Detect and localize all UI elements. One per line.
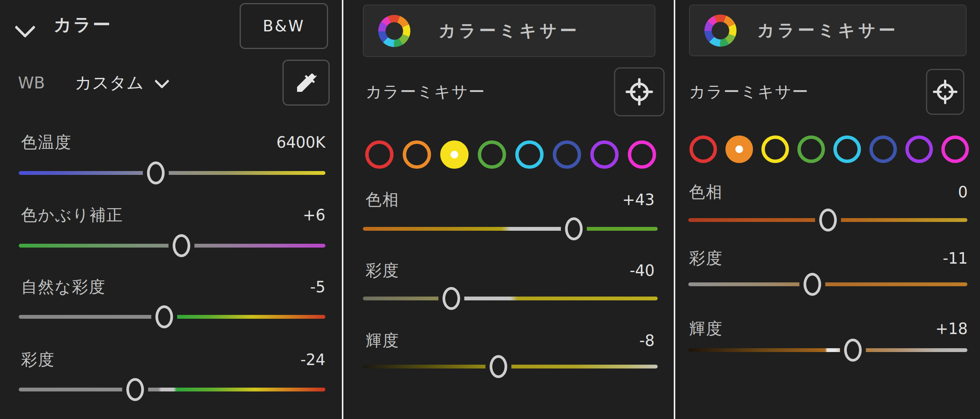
wb-preset-dropdown[interactable]: カスタム: [75, 72, 144, 94]
color-panel-header: カラー B&W: [0, 8, 342, 44]
bw-toggle-button[interactable]: B&W: [240, 3, 328, 49]
hue-row: 色相 0: [689, 181, 968, 203]
saturation-slider[interactable]: [688, 282, 967, 286]
wb-chevron-down-icon[interactable]: [155, 73, 170, 89]
color-panel: カラー B&W WB カスタム 色温度 6400K 色かぶり補正 +6: [0, 0, 342, 419]
color-swatch-blue[interactable]: [553, 140, 581, 169]
saturation-row: 彩度 -40: [366, 260, 655, 281]
saturation-label: 彩度: [366, 260, 399, 281]
vibrance-value: -5: [310, 278, 325, 296]
saturation-value: -24: [301, 351, 325, 368]
color-swatch-orange[interactable]: [403, 140, 431, 169]
lightroom-color-panels: カラー B&W WB カスタム 色温度 6400K 色かぶり補正 +6: [0, 0, 980, 419]
temp-value: 6400K: [276, 134, 325, 151]
luminance-slider-handle[interactable]: [844, 339, 862, 362]
color-mixer-label-row: カラーミキサー: [366, 63, 665, 121]
color-mixer-label-row: カラーミキサー: [689, 63, 964, 121]
hue-label: 色相: [689, 181, 723, 203]
hue-slider-handle[interactable]: [819, 209, 837, 232]
saturation-slider[interactable]: [363, 297, 658, 300]
color-swatch-violet[interactable]: [590, 140, 619, 169]
vibrance-slider-handle[interactable]: [155, 305, 173, 328]
tint-value: +6: [303, 206, 325, 224]
tint-slider-handle[interactable]: [173, 234, 190, 257]
color-mixer-label: カラーミキサー: [689, 81, 809, 103]
target-adjustment-button[interactable]: [926, 69, 964, 115]
luminance-slider[interactable]: [363, 365, 658, 368]
vibrance-slider[interactable]: [19, 315, 325, 319]
tint-row: 色かぶり補正 +6: [21, 204, 325, 226]
saturation-slider-handle[interactable]: [126, 378, 144, 401]
color-channel-swatches: [689, 135, 969, 163]
color-swatch-cyan[interactable]: [833, 135, 861, 163]
color-swatch-green[interactable]: [797, 135, 825, 163]
tint-slider[interactable]: [19, 244, 325, 248]
hue-label: 色相: [366, 189, 399, 210]
white-balance-row: WB カスタム: [18, 60, 330, 106]
color-mixer-header-button[interactable]: カラーミキサー: [689, 5, 967, 56]
target-icon: [624, 77, 654, 107]
saturation-row: 彩度 -11: [689, 248, 968, 269]
color-mixer-header-title: カラーミキサー: [757, 19, 898, 42]
target-icon: [932, 78, 959, 105]
eyedropper-icon: [294, 70, 318, 95]
wb-label: WB: [18, 73, 45, 92]
color-swatch-orange[interactable]: [725, 135, 753, 163]
color-swatch-red[interactable]: [365, 140, 394, 169]
color-swatch-yellow[interactable]: [440, 140, 469, 169]
color-mixer-panel-orange: カラーミキサー カラーミキサー 色相 0 彩度 -11: [675, 0, 980, 419]
hue-value: +43: [622, 191, 655, 209]
eyedropper-button[interactable]: [283, 60, 330, 106]
vibrance-row: 自然な彩度 -5: [21, 276, 325, 298]
hue-value: 0: [958, 183, 968, 201]
saturation-value: -40: [630, 262, 655, 279]
luminance-slider-handle[interactable]: [490, 355, 507, 378]
hue-row: 色相 +43: [366, 189, 655, 210]
selected-swatch-dot: [735, 145, 743, 153]
color-wheel-icon: [704, 15, 737, 47]
color-mixer-panel-yellow: カラーミキサー カラーミキサー 色相 +43 彩度 -40: [343, 0, 674, 419]
color-swatch-green[interactable]: [478, 140, 506, 169]
color-mixer-label: カラーミキサー: [366, 81, 485, 103]
saturation-value: -11: [943, 249, 968, 267]
target-adjustment-button[interactable]: [614, 67, 665, 116]
luminance-value: +18: [936, 320, 968, 337]
temp-row: 色温度 6400K: [21, 132, 325, 153]
color-swatch-red[interactable]: [689, 135, 717, 163]
panel-title: カラー: [54, 13, 112, 37]
saturation-slider-handle[interactable]: [804, 273, 821, 296]
hue-slider[interactable]: [688, 218, 967, 222]
saturation-label: 彩度: [689, 248, 723, 269]
luminance-label: 輝度: [366, 330, 399, 351]
luminance-slider[interactable]: [688, 348, 967, 352]
hue-slider[interactable]: [363, 227, 658, 231]
color-swatch-violet[interactable]: [905, 135, 933, 163]
saturation-slider[interactable]: [19, 388, 325, 391]
luminance-row: 輝度 -8: [366, 330, 655, 351]
color-swatch-blue[interactable]: [869, 135, 897, 163]
collapse-chevron-icon[interactable]: [15, 17, 36, 38]
color-swatch-cyan[interactable]: [515, 140, 544, 169]
vibrance-label: 自然な彩度: [21, 276, 106, 298]
saturation-label: 彩度: [21, 349, 55, 370]
temp-slider[interactable]: [19, 171, 325, 175]
color-mixer-header-button[interactable]: カラーミキサー: [363, 5, 655, 57]
luminance-row: 輝度 +18: [689, 318, 968, 339]
luminance-value: -8: [639, 332, 655, 349]
tint-label: 色かぶり補正: [21, 204, 123, 226]
saturation-slider-handle[interactable]: [443, 287, 460, 310]
saturation-row: 彩度 -24: [21, 349, 325, 370]
hue-slider-handle[interactable]: [565, 217, 583, 240]
color-swatch-magenta[interactable]: [628, 140, 656, 169]
color-channel-swatches: [365, 140, 656, 169]
color-mixer-header-title: カラーミキサー: [438, 20, 580, 42]
temp-slider-handle[interactable]: [147, 161, 165, 184]
color-wheel-icon: [378, 15, 410, 47]
color-swatch-magenta[interactable]: [941, 135, 969, 163]
luminance-label: 輝度: [689, 318, 723, 339]
color-swatch-yellow[interactable]: [761, 135, 789, 163]
selected-swatch-dot: [451, 151, 458, 158]
temp-label: 色温度: [21, 132, 72, 153]
